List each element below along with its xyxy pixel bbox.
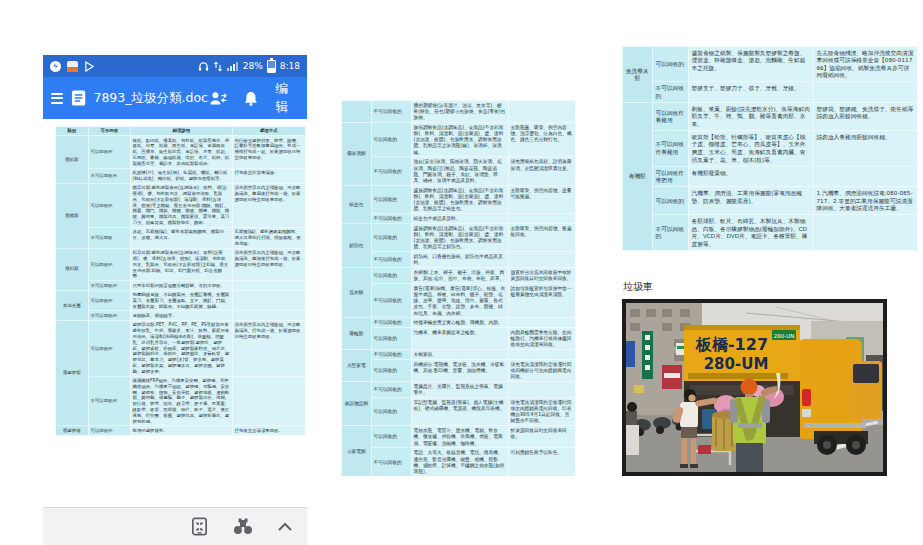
table-cell xyxy=(508,350,575,360)
table-cell: 裝填調製食品(含調味品)、化妝品(不含彩妝類)、飲料、清潔劑、酒(含藥酒)、醬、… xyxy=(411,122,508,157)
column-header: 細項說明 xyxy=(130,126,232,135)
recycling-table-page3: 免洗餐具類可以回收的盛裝食物之紙製、保麗龍製及塑膠製之餐盤、便當盒、杯碗盤碟盒、… xyxy=(622,46,918,251)
table-cell xyxy=(813,215,917,251)
find-icon[interactable] xyxy=(233,518,253,536)
table-cell: 髒的塑膠袋(沾有湯汁、油漬、血水等)、糖果(餅乾、茶包)塑膠小包裝袋、食品(零食… xyxy=(411,100,508,122)
table-cell xyxy=(232,290,305,311)
table-cell: 廢紙類 xyxy=(55,136,88,184)
table-cell: 可以回收的 xyxy=(371,426,411,448)
table-cell: 鋁容器類:盛裝調製食品(含調味品)、飲料(含藥酒)、醬、漆料(含油漆、樹脂)、清… xyxy=(130,248,232,281)
document-page-1: 類別可否回收細項說明處理方式廢紙類可以回收的報紙、影印紙、傳真紙、包裝紙、紙製蛋… xyxy=(55,126,306,436)
table-cell: 汽機車、機車及腳踏車之輪胎。 xyxy=(411,328,508,350)
table-cell xyxy=(508,214,575,224)
table-cell: 去除吸管、倒空內容物、盡量可能壓扁。 xyxy=(508,185,575,213)
edit-button[interactable]: 编辑 xyxy=(275,80,299,116)
table-cell: 可以回收的 xyxy=(88,426,130,435)
table-cell: 可以回收作堆肥用 xyxy=(652,166,688,187)
table-cell: 鋁箔包 xyxy=(341,223,371,267)
table-cell: 不可以回收的 xyxy=(88,168,130,183)
table-cell xyxy=(508,318,575,328)
table-cell xyxy=(341,100,371,122)
document-view[interactable]: 類別可否回收細項說明處理方式廢紙類可以回收的報紙、影印紙、傳真紙、包裝紙、紙製蛋… xyxy=(43,119,307,507)
table-cell: 打包後交垃圾車清除。 xyxy=(232,168,305,183)
screenshot-canvas: 28% 8:18 7893_垃圾分類.docx 编辑 類別可否回收細項說明處理方… xyxy=(0,0,923,545)
table-cell: 不可以回收的 xyxy=(371,157,411,185)
table-cell: 盛裝調製食品(含調味品)、化妝品(不含彩妝類)、飲料、清潔劑、酒(含藥酒)、醬、… xyxy=(411,185,508,213)
table-cell: 可以回收作養豬用 xyxy=(652,102,688,130)
column-header: 可否回收 xyxy=(88,126,130,135)
table-cell: 內胎及輪圈需事先分離、交由輪胎行、汽機車行或保修廠回收或交由清潔車回收。 xyxy=(508,328,575,350)
table-cell: 可利用銷售商予以販售。 xyxy=(508,448,575,476)
table-cell: 電鍋鍋蓋、保險絲等。 xyxy=(130,311,232,320)
menu-icon[interactable] xyxy=(51,93,63,104)
table-cell: 汽機車、潤滑油、工業用保麗龍(家電用品襯墊、防震墊、麗龍底座)。 xyxy=(688,187,813,215)
truck-plate-text: 280-UN xyxy=(774,333,795,339)
table-cell: 不可以回收的 xyxy=(88,281,130,290)
battery-percent: 28% xyxy=(243,61,263,71)
status-bar: 28% 8:18 xyxy=(43,55,307,77)
table-cell: 可以回收的 xyxy=(371,223,411,251)
network-arrows-icon xyxy=(213,61,223,72)
table-cell: 廢輪胎 xyxy=(341,318,371,350)
table-cell: 盛裝調製食品(含調味品)、化妝品(不含彩妝類)、飲料、清潔劑、酒(含藥酒)、醬、… xyxy=(411,223,508,251)
table-cell: 須先電洽清潔隊約定收運時間或交由經銷商逕向回收、印表機自99年4月1日起回收、另… xyxy=(508,397,575,425)
table-cell: 須先倒空容器內之殘餘物、用水略為清洗、壓扁後打包成一袋、於資源回收日時交回收車回… xyxy=(232,183,305,227)
table-cell xyxy=(232,311,305,320)
table-cell: 可以回收的 xyxy=(371,185,411,213)
table-cell: 紙盒包 xyxy=(341,185,371,223)
notification-icon[interactable] xyxy=(244,90,258,107)
table-cell: 不可以回收的 xyxy=(371,350,411,360)
table-cell: 先行除去塑膠封面、膠帶、線圈、訂書針等並略微壓扁物品、裝成一捆或打包成一箱、於資… xyxy=(232,136,305,169)
table-cell: 衣褲類:上衣、褲子、裙子、洋裝、外套、西裝、其他:毛巾、浴巾、布袋、布鞋、床單。 xyxy=(411,267,508,283)
document-page-3: 免洗餐具類可以回收的盛裝食物之紙製、保麗龍製及塑膠製之餐盤、便當盒、杯碗盤碟盒、… xyxy=(622,46,918,251)
table-cell: 可以回收的 xyxy=(371,328,411,350)
column-header: 類別 xyxy=(55,126,88,135)
table-cell: 只要非鋁類的附著物需分離拆解、否則不回收。 xyxy=(130,281,232,290)
status-time: 8:18 xyxy=(280,61,300,71)
truck-section-heading: 垃圾車 xyxy=(623,280,653,294)
table-cell: 塑膠袋、塑膠繩、免洗筷子、衛生紙等請勿放入廚餘回收桶。 xyxy=(813,102,917,130)
table-cell: 可以回收的 xyxy=(652,46,688,82)
table-cell: 舊衣類 xyxy=(341,267,371,317)
table-cell: 筆記型電腦、監視器(螢幕)、個人電腦(主機板)、硬式磁碟機、電源器、機殼及印表機… xyxy=(411,397,508,425)
table-cell: 可以回收的 xyxy=(88,248,130,281)
collaborate-icon[interactable] xyxy=(209,90,227,106)
recycling-table-page2: 不可以回收的髒的塑膠袋(沾有湯汁、油漬、血水等)、糖果(餅乾、茶包)塑膠小包裝袋… xyxy=(341,100,576,476)
table-cell: 請如垃圾般置於垃圾袋中當一般廢棄物交由清潔車清除。 xyxy=(508,283,575,318)
table-cell xyxy=(508,381,575,397)
table-cell: 不可以回收的 xyxy=(371,214,411,224)
table-cell: 可以回收的 xyxy=(88,290,130,311)
table-cell: 不可以回收的 xyxy=(88,376,130,426)
title-bar: 7893_垃圾分類.docx 编辑 xyxy=(43,77,307,119)
table-cell: 廢玻璃類 xyxy=(341,122,371,185)
table-cell: 強化(安全)玻璃、隔熱玻璃、防火玻璃、毛玻璃、陶瓷(壺)製品、陶瓷花瓶、陶瓷酒瓶… xyxy=(411,157,508,185)
table-cell: 有機類廢棄物。 xyxy=(688,166,813,187)
table-cell: 包覆銅線電線、不鏽鋼製品、金屬訂書機、金屬製菜刀、金屬剪刀、金屬湯匙、叉子、鐵釘… xyxy=(130,290,232,311)
table-cell: 廢塑膠袋 xyxy=(55,426,88,435)
table-cell: 硬質殼【蛤殼、牡蠣殼等】、硬質果皮心【柚子皮、榴槤皮、芒果心、西瓜皮等】、玉米外… xyxy=(688,130,813,166)
table-cell: 紙尿褲(片)、衛生紙(棉)、複寫紙、蠟紙、離心紙(黏結成堆)、轉印紙、砂紙、塑膠… xyxy=(130,168,232,183)
table-cell: 1.汽機車、潤滑油回收請電:080-085-717。2.零星的工業用保麗龍可請清… xyxy=(813,187,917,215)
phone-screenshot: 28% 8:18 7893_垃圾分類.docx 编辑 類別可否回收細項說明處理方… xyxy=(43,55,307,545)
table-cell: 須先倒空容器內之殘餘物、用水略為清洗、打包成一袋、於資源回收日時交回收車回收。 xyxy=(232,320,305,376)
table-cell: 不可以回收的 xyxy=(371,381,411,397)
table-cell: 可以回收的 xyxy=(371,122,411,157)
table-cell: 塑膠叉子、塑膠刀子、筷子、牙籤、牙線。 xyxy=(688,82,813,103)
table-cell: 不可以回收的 xyxy=(371,252,411,268)
table-cell: 放置於合法舊衣回收箱中或於資源回收日時交回收車回收。 xyxy=(508,267,575,283)
collapse-icon[interactable] xyxy=(277,522,293,532)
table-cell: 大型家電 xyxy=(341,350,371,382)
table-cell: 剩飯、菜葉、廚餘(請先瀝乾水分)、魚等海鮮肉類及羊、牛、雞、鴨、鵝、豬等畜禽肉類… xyxy=(688,102,813,130)
table-cell: 先去除食物殘渣、略加沖洗後交由清潔車回收或可請保綠基金會【080-011766】… xyxy=(813,46,917,82)
table-cell: 可以回收的 xyxy=(88,136,130,169)
gallery-icon xyxy=(67,61,78,72)
document-title: 7893_垃圾分類.docx xyxy=(93,90,209,107)
table-cell: 鐵容器類:盛裝調製食品(含調味品)、飲料、酒(含藥酒)、醬、包裝飲用水、調製食用… xyxy=(130,183,232,227)
table-cell: 可以回收的 xyxy=(371,359,411,381)
table-cell: 電話、大哥大、收錄音機、電玩、傳真機、遙控器、影音光碟機、鍵盤、相機、投影機、捕… xyxy=(411,448,508,476)
table-cell: 各類球類、軟片、石綿瓦、木製玩具、木製物品、白板、各項橡膠製物品(廢輪胎除外)、… xyxy=(688,215,813,251)
table-cell: 可以回收的 xyxy=(88,320,130,376)
document-icon xyxy=(71,89,86,107)
fit-screen-icon[interactable] xyxy=(190,517,209,536)
recycling-table-page1: 類別可否回收細項說明處理方式廢紙類可以回收的報紙、影印紙、傳真紙、包裝紙、紙製蛋… xyxy=(55,126,306,436)
